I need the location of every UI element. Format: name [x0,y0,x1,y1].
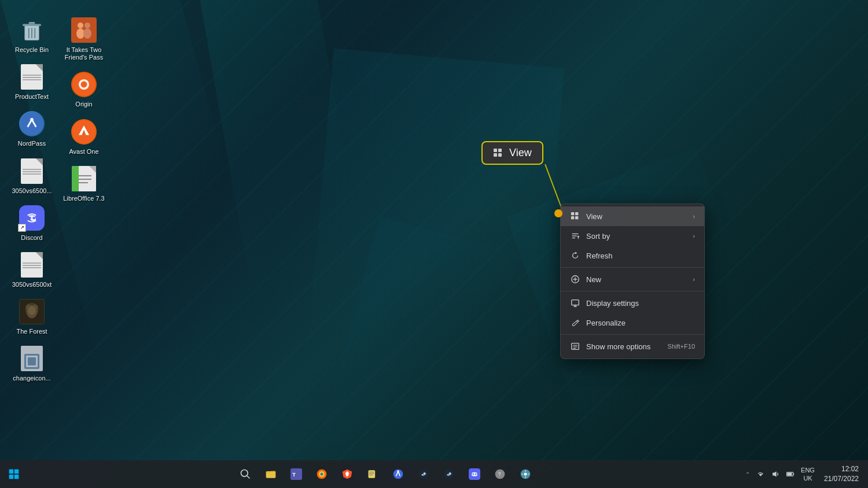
nordpass-label: NordPass [18,140,46,147]
recycle-bin-label: Recycle Bin [15,46,49,54]
brave-taskbar-icon [341,468,353,480]
recycle-bin-icon-img [18,16,46,44]
personalize-menu-label: Personalize [586,319,695,327]
desktop-icon-nordpass[interactable]: NordPass [6,105,58,152]
libreoffice-label: LibreOffice 7.3 [63,195,104,202]
svg-point-73 [397,470,399,472]
context-menu-item-display-settings[interactable]: Display settings [561,293,704,313]
menu-separator-2 [561,291,704,291]
display-settings-menu-label: Display settings [586,299,695,308]
context-menu-item-view[interactable]: View › [561,206,704,226]
wifi-tray-icon[interactable] [755,468,766,480]
svg-point-20 [76,28,84,39]
context-menu-item-new[interactable]: New › [561,269,704,289]
desktop-icon-changeicon[interactable]: changeicon... [6,340,58,387]
svg-rect-47 [572,300,579,305]
context-menu-item-sort[interactable]: Sort by › [561,226,704,246]
taskbar-right: ⌃ [743,464,868,484]
desktop-icon-origin[interactable]: Origin [58,66,110,113]
svg-rect-17 [71,17,97,43]
context-menu-item-show-more[interactable]: Show more options Shift+F10 [561,337,704,356]
svg-rect-37 [575,212,578,215]
libreoffice-icon-img [70,165,98,193]
taskbar-discord-button[interactable] [463,463,486,486]
new-menu-icon [570,274,580,284]
svg-point-10 [32,216,35,219]
search-taskbar-icon [240,468,251,480]
desktop-icon-avast[interactable]: Avast One [58,113,110,160]
desktop-icon-doc-3050-1[interactable]: 3050vs6500... [6,153,58,199]
discord-icon-img: ↗ [18,204,46,232]
nordpass-icon-img [18,110,46,138]
desktop-icon-recycle-bin[interactable]: Recycle Bin [6,12,58,58]
desktop-icon-product-text[interactable]: ProductText [6,58,58,105]
unknown-app-taskbar-icon: ? [494,468,506,480]
svg-rect-29 [79,179,91,180]
discord-shortcut-arrow: ↗ [18,224,26,232]
forest-label: The Forest [16,328,47,335]
doc-3050-2-icon-img [18,251,46,279]
discord-label: Discord [21,234,42,242]
svg-point-80 [475,474,477,475]
taskbar-file-explorer-button[interactable] [259,463,282,486]
it-takes-two-icon-img [70,16,98,44]
connector-dot [554,209,562,217]
view-bubble: View [481,141,543,165]
desktop-icons-area: Recycle Bin ProductText [0,6,116,445]
context-menu-item-refresh[interactable]: Refresh [561,246,704,265]
taskbar-start-button[interactable] [0,460,28,488]
tray-chevron-button[interactable]: ⌃ [743,469,752,480]
product-text-icon-img [18,63,46,91]
doc-3050-1-label: 3050vs6500... [12,187,52,195]
taskbar-teams-button[interactable]: T [285,463,308,486]
avast-label: Avast One [69,148,98,156]
desktop-icon-doc-3050-2[interactable]: 3050vs6500xt [6,246,58,293]
view-bubble-label: View [509,147,532,159]
taskbar-settings-button[interactable] [514,463,537,486]
firefox-taskbar-icon [316,468,328,480]
language-indicator[interactable]: ENG UK [799,466,817,483]
svg-rect-56 [9,469,14,474]
nordvpn-taskbar-icon [392,468,404,480]
volume-tray-icon[interactable] [770,468,781,480]
steam-taskbar-icon [418,468,429,480]
clock-display[interactable]: 12:02 21/07/2022 [819,464,863,484]
desktop-icon-libreoffice[interactable]: LibreOffice 7.3 [58,160,110,207]
show-more-menu-icon [570,341,580,352]
battery-tray-icon[interactable] [785,468,796,480]
svg-rect-27 [72,166,79,191]
svg-rect-35 [498,153,502,157]
it-takes-two-label: It Takes Two Friend's Pass [60,46,108,61]
taskbar-center: T [28,463,743,486]
taskbar-search-button[interactable] [234,463,257,486]
taskbar-brave-button[interactable] [336,463,359,486]
taskbar-nordvpn-button[interactable] [387,463,410,486]
svg-rect-1 [23,24,41,27]
taskbar-files-button[interactable] [361,463,384,486]
svg-rect-59 [14,475,19,479]
discord-taskbar-icon [469,468,480,480]
svg-rect-88 [787,473,792,476]
svg-rect-34 [494,153,497,157]
refresh-menu-icon [570,250,580,261]
desktop-icon-forest[interactable]: The Forest [6,293,58,340]
new-menu-label: New [586,275,687,284]
taskbar-firefox-button[interactable] [310,463,333,486]
clock-time: 12:02 [824,464,859,474]
changeicon-icon-img [18,345,46,372]
sort-menu-icon [570,231,580,241]
context-menu-item-personalize[interactable]: Personalize [561,313,704,332]
taskbar-unknown-app-button[interactable]: ? [488,463,512,486]
desktop-icon-it-takes-two[interactable]: It Takes Two Friend's Pass [58,12,110,66]
teams-taskbar-icon: T [290,468,302,480]
svg-point-21 [83,28,91,39]
desktop: Recycle Bin ProductText [0,0,868,488]
show-more-shortcut: Shift+F10 [668,343,695,350]
changeicon-label: changeicon... [13,375,50,382]
new-menu-arrow: › [693,276,695,283]
taskbar-steam-button[interactable] [412,463,435,486]
desktop-icon-discord[interactable]: ↗ Discord [6,199,58,246]
taskbar-steam2-button[interactable] [437,463,461,486]
svg-point-7 [30,118,33,121]
context-menu: View › Sort by › [560,204,705,359]
